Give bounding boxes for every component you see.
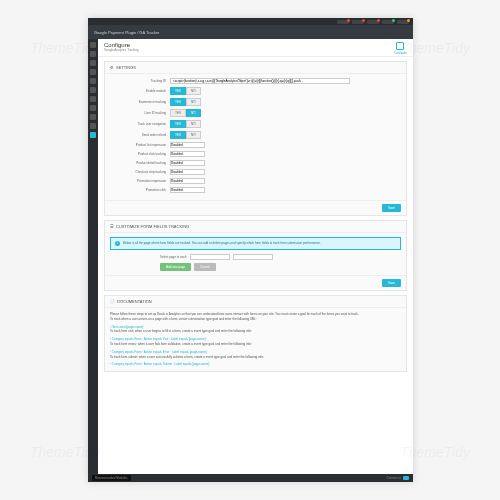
sidebar-item-dashboard[interactable] bbox=[90, 42, 96, 48]
sidebar-item-prefs[interactable] bbox=[90, 114, 96, 120]
title-bar: Google Payment Plugin / GA Tracker bbox=[88, 25, 413, 39]
app-window: Google Payment Plugin / GA Tracker Confi… bbox=[88, 18, 413, 482]
info-alert: Below is all the page where form fields … bbox=[110, 237, 401, 250]
select-input[interactable]: Disabled bbox=[170, 151, 205, 157]
page-header: Configure Google Analytics Tracking Conf… bbox=[98, 39, 413, 57]
footer-left[interactable]: Recommended Modules bbox=[92, 475, 131, 481]
form-row: Product click trackingDisabled bbox=[110, 151, 401, 157]
page-subtitle: Google Analytics Tracking bbox=[104, 48, 139, 52]
form-row: Tracking ID<script>(function(i,s,o,g,r,a… bbox=[110, 78, 401, 84]
doc-line: › Category equals Form · Action equals S… bbox=[110, 362, 401, 367]
footer-right: Connect to bbox=[386, 476, 409, 480]
top-badges-bar bbox=[88, 18, 413, 25]
sidebar-item-catalog[interactable] bbox=[90, 60, 96, 66]
doc-line: To track form errors: when a user fails … bbox=[110, 342, 401, 347]
notif-badge[interactable] bbox=[382, 20, 394, 24]
footer-bar: Recommended Modules Connect to bbox=[88, 474, 413, 482]
toggle-switch[interactable]: YESNO bbox=[170, 109, 201, 117]
save-button[interactable]: Save bbox=[382, 204, 401, 212]
field-label: Track user navigation bbox=[110, 122, 170, 126]
field-label: Promotion click bbox=[110, 188, 170, 192]
text-input[interactable]: <script>(function(i,s,o,g,r,a,m){i['Goog… bbox=[170, 78, 350, 84]
page-select[interactable] bbox=[190, 254, 230, 260]
notif-badge[interactable] bbox=[337, 20, 349, 24]
sidebar-item-shipping[interactable] bbox=[90, 96, 96, 102]
form-row: Promotion clickDisabled bbox=[110, 187, 401, 193]
select-input[interactable]: Disabled bbox=[170, 142, 205, 148]
panel-heading: ⚙ SETTINGS bbox=[105, 62, 406, 74]
sidebar-item-customers[interactable] bbox=[90, 69, 96, 75]
form-row: Send order refundYESNO bbox=[110, 131, 401, 139]
field-label: User ID tracking bbox=[110, 111, 170, 115]
sidebar-item-params[interactable] bbox=[90, 123, 96, 129]
settings-panel: ⚙ SETTINGS Tracking ID<script>(function(… bbox=[104, 61, 407, 216]
add-page-button[interactable]: Add new page bbox=[160, 263, 191, 271]
form-row: Product list impressionDisabled bbox=[110, 142, 401, 148]
sidebar-item-stats[interactable] bbox=[90, 78, 96, 84]
form-row: Checkout step trackingDisabled bbox=[110, 169, 401, 175]
toggle-switch[interactable]: YESNO bbox=[170, 131, 201, 139]
configure-button[interactable]: Configure bbox=[394, 42, 407, 53]
field-label: Send order refund bbox=[110, 133, 170, 137]
select-input[interactable]: Disabled bbox=[170, 178, 205, 184]
sidebar-item-active[interactable] bbox=[90, 132, 96, 138]
form-row: Promotion impressionDisabled bbox=[110, 178, 401, 184]
doc-panel: 📄 DOCUMENTATION Please follow these step… bbox=[104, 295, 407, 372]
form-row: User ID trackingYESNO bbox=[110, 109, 401, 117]
form-row: Enable moduleYESNO bbox=[110, 87, 401, 95]
main-content: Configure Google Analytics Tracking Conf… bbox=[98, 39, 413, 474]
notif-badge[interactable] bbox=[397, 20, 409, 24]
sidebar-item-modules[interactable] bbox=[90, 87, 96, 93]
select-input[interactable]: Disabled bbox=[170, 160, 205, 166]
field-label: Product list impression bbox=[110, 143, 170, 147]
panel-heading: 📄 DOCUMENTATION bbox=[105, 296, 406, 308]
cancel-button[interactable]: Cancel bbox=[194, 263, 215, 271]
notif-badge[interactable] bbox=[352, 20, 364, 24]
form-row: Ecommerce trackingYESNO bbox=[110, 98, 401, 106]
field-label: Ecommerce tracking bbox=[110, 100, 170, 104]
notif-badge[interactable] bbox=[367, 20, 379, 24]
field-label: Promotion impression bbox=[110, 179, 170, 183]
select-input[interactable]: Disabled bbox=[170, 187, 205, 193]
doc-line: To track form submit: when a user succes… bbox=[110, 355, 401, 360]
toggle-switch[interactable]: YESNO bbox=[170, 87, 201, 95]
page-select-2[interactable] bbox=[233, 254, 273, 260]
doc-line: To track form visit: when a user begins … bbox=[110, 329, 401, 334]
doc-line: To track when a user arrives on a page w… bbox=[110, 317, 401, 322]
field-label: Tracking ID bbox=[110, 79, 170, 83]
panel-heading: ☰ CUSTOMIZE FORM FIELDS TRACKING bbox=[105, 221, 406, 233]
selector-label: Select page to track bbox=[160, 255, 187, 259]
save-button[interactable]: Save bbox=[382, 279, 401, 287]
field-label: Product detail tracking bbox=[110, 161, 170, 165]
field-label: Enable module bbox=[110, 89, 170, 93]
forms-panel: ☰ CUSTOMIZE FORM FIELDS TRACKING Below i… bbox=[104, 220, 407, 291]
sidebar-item-local[interactable] bbox=[90, 105, 96, 111]
select-input[interactable]: Disabled bbox=[170, 169, 205, 175]
form-row: Product detail trackingDisabled bbox=[110, 160, 401, 166]
sidebar-item-orders[interactable] bbox=[90, 51, 96, 57]
field-label: Product click tracking bbox=[110, 152, 170, 156]
toggle-switch[interactable]: YESNO bbox=[170, 98, 201, 106]
field-label: Checkout step tracking bbox=[110, 170, 170, 174]
toggle-switch[interactable]: YESNO bbox=[170, 120, 201, 128]
form-row: Track user navigationYESNO bbox=[110, 120, 401, 128]
sidebar bbox=[88, 39, 98, 474]
